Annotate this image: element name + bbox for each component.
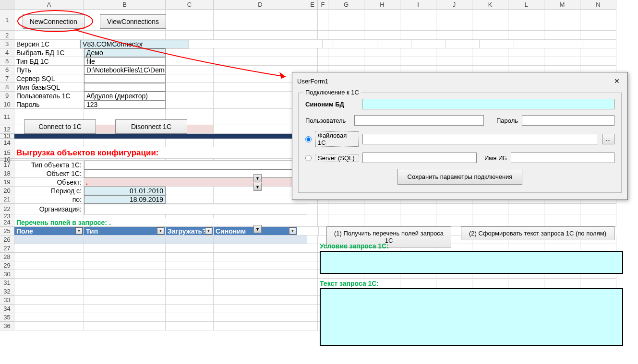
row-header-35[interactable]: 35 — [0, 313, 14, 322]
connect-button[interactable]: Connect to 1C — [24, 119, 96, 134]
row-header-5[interactable]: 5 — [0, 57, 14, 66]
browse-button[interactable]: ... — [602, 134, 614, 144]
column-header-H[interactable]: H — [364, 0, 400, 10]
file-path-input[interactable] — [362, 134, 598, 144]
label-user: Пользователь 1С — [14, 92, 84, 100]
row-header-10[interactable]: 10 — [0, 100, 14, 109]
label-sqlname: Имя базыSQL — [14, 83, 84, 92]
label-path: Путь — [14, 66, 84, 74]
select-all-corner[interactable] — [0, 0, 14, 10]
filter-icon[interactable]: ▼ — [157, 227, 164, 235]
column-header-L[interactable]: L — [508, 0, 544, 10]
row-header-29[interactable]: 29 — [0, 261, 14, 270]
password-label: Пароль — [496, 117, 518, 124]
table-header-0[interactable]: Поле▼ — [14, 227, 84, 235]
value-pass: 123 — [84, 100, 166, 109]
row-header-31[interactable]: 31 — [0, 279, 14, 287]
value-type-object[interactable] — [84, 161, 307, 169]
column-header-B[interactable]: B — [84, 0, 166, 10]
synonym-input[interactable] — [362, 99, 614, 109]
value-org[interactable] — [84, 204, 307, 214]
row-header-20[interactable]: 20 — [0, 187, 14, 195]
server-input[interactable] — [362, 153, 477, 163]
file-radio-label[interactable]: Файловая 1С — [315, 131, 359, 147]
row-header-21[interactable]: 21 — [0, 195, 14, 204]
disconnect-button[interactable]: Disonnect 1C — [115, 119, 187, 134]
value-sqlserver — [84, 74, 166, 83]
row-header-1[interactable]: 1 — [0, 10, 14, 31]
value-user: Абдулов (директор) — [84, 92, 166, 100]
row-header-26[interactable]: 26 — [0, 235, 14, 244]
row-header-19[interactable]: 19 — [0, 178, 14, 187]
row-header-11[interactable]: 11 — [0, 109, 14, 125]
label-object: Объект: — [14, 178, 84, 187]
column-header-F[interactable]: F — [318, 0, 328, 10]
label-selectdb: Выбрать БД 1С — [14, 48, 84, 57]
row-header-30[interactable]: 30 — [0, 270, 14, 279]
value-period-from: 01.01.2010 — [84, 187, 166, 195]
query-condition-box[interactable] — [320, 251, 623, 274]
user-label: Пользователь — [305, 117, 350, 124]
column-header-D[interactable]: D — [214, 0, 307, 10]
dialog-title: UserForm1 — [297, 78, 328, 85]
object-dropdown-icon[interactable]: ▼ — [253, 183, 262, 191]
row-header-6[interactable]: 6 — [0, 66, 14, 74]
column-headers: ABCDEFGHIJKLMN — [0, 0, 616, 10]
ibname-label: Имя ИБ — [484, 154, 507, 162]
view-connections-button[interactable]: ViewConnections — [100, 14, 166, 29]
row-header-34[interactable]: 34 — [0, 305, 14, 313]
ibname-input[interactable] — [511, 153, 614, 163]
table-header-1[interactable]: Тип▼ — [84, 227, 166, 235]
row-header-24[interactable]: 24 — [0, 218, 14, 227]
row-header-7[interactable]: 7 — [0, 74, 14, 83]
new-connection-button[interactable]: NewConnection — [23, 14, 84, 29]
row-header-18[interactable]: 18 — [0, 169, 14, 178]
row-header-32[interactable]: 32 — [0, 287, 14, 296]
column-header-K[interactable]: K — [472, 0, 508, 10]
server-radio-label[interactable]: Server (SQL) — [315, 154, 359, 162]
server-radio[interactable] — [305, 155, 312, 161]
row-header-3[interactable]: 3 — [0, 40, 14, 48]
query-condition-label: Условие запроса 1С: — [320, 242, 389, 250]
save-params-button[interactable]: Сохранить параметры подключения — [397, 169, 523, 185]
filter-icon[interactable]: ▼ — [75, 227, 83, 235]
filter-icon[interactable]: ▼ — [205, 227, 212, 235]
row-header-33[interactable]: 33 — [0, 296, 14, 305]
query-text-box[interactable] — [320, 288, 623, 346]
row-header-25[interactable]: 25 — [0, 227, 14, 235]
row-header-8[interactable]: 8 — [0, 83, 14, 92]
value-object: . — [84, 178, 318, 187]
column-header-G[interactable]: G — [328, 0, 364, 10]
file-radio[interactable] — [305, 136, 312, 142]
column-header-N[interactable]: N — [580, 0, 616, 10]
close-icon[interactable]: ✕ — [611, 75, 623, 87]
column-header-M[interactable]: M — [544, 0, 580, 10]
row-header-2[interactable]: 2 — [0, 31, 14, 40]
user-input[interactable] — [354, 115, 484, 126]
row-header-17[interactable]: 17 — [0, 161, 14, 169]
filter-icon[interactable]: ▼ — [289, 227, 296, 235]
value-sqlname — [84, 83, 166, 92]
export-heading: Выгрузка объектов конфигурации: — [14, 147, 307, 159]
form-text-button[interactable]: (2) Сформировать текст запроса 1С (по по… — [461, 226, 614, 240]
row-header-23[interactable]: 23 — [0, 214, 14, 218]
row-header-36[interactable]: 36 — [0, 322, 14, 330]
row-header-9[interactable]: 9 — [0, 92, 14, 100]
value-object1c[interactable] — [84, 169, 307, 178]
row-header-28[interactable]: 28 — [0, 253, 14, 261]
row-headers: 1234567891011121314151617181920212223242… — [0, 10, 14, 330]
row-header-4[interactable]: 4 — [0, 48, 14, 57]
table-header-2[interactable]: Загружать?▼ — [166, 227, 214, 235]
column-header-E[interactable]: E — [307, 0, 318, 10]
org-dropdown-icon[interactable]: ▼ — [253, 225, 262, 233]
password-input[interactable] — [522, 115, 614, 126]
column-header-C[interactable]: C — [166, 0, 214, 10]
row-header-27[interactable]: 27 — [0, 244, 14, 253]
column-header-J[interactable]: J — [436, 0, 472, 10]
type-object-dropdown-icon[interactable]: ▼ — [253, 174, 262, 182]
column-header-I[interactable]: I — [400, 0, 436, 10]
row-header-13[interactable]: 13 — [0, 134, 14, 139]
column-header-A[interactable]: A — [14, 0, 84, 10]
label-object1c: Объект 1С: — [14, 169, 84, 178]
row-header-14[interactable]: 14 — [0, 139, 14, 147]
